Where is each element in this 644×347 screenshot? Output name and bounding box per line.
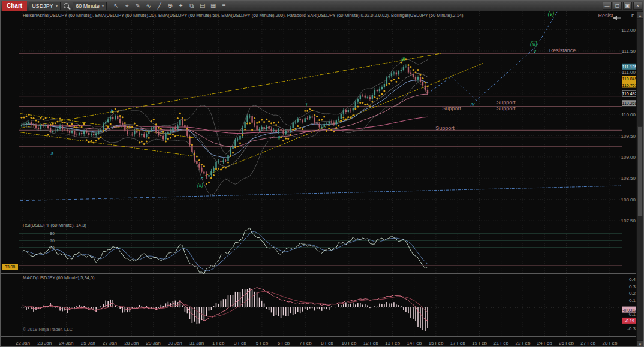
svg-text:28 Feb: 28 Feb: [603, 340, 618, 346]
svg-text:31 Jan: 31 Jan: [189, 340, 204, 346]
svg-text:13 Feb: 13 Feb: [385, 340, 400, 346]
trendline-icon[interactable]: ╱: [154, 1, 164, 10]
snapshot-icon[interactable]: ⧉: [186, 1, 197, 10]
minimize-button[interactable]: —: [603, 2, 612, 10]
svg-text:22 Feb: 22 Feb: [516, 340, 531, 346]
svg-text:iii: iii: [401, 56, 405, 62]
interval-value: 60 Minute: [76, 3, 100, 9]
chevron-down-icon: ▾: [102, 4, 104, 8]
price-chart-svg[interactable]: 22 Jan23 Jan24 Jan25 Jan27 Jan28 Jan29 J…: [1, 11, 637, 347]
grid-icon[interactable]: ▦: [208, 1, 218, 10]
svg-text:111.50: 111.50: [622, 49, 636, 54]
svg-text:F: F: [631, 13, 634, 19]
svg-text:RSI(USDJPY (60 Minute), 14,3): RSI(USDJPY (60 Minute), 14,3): [23, 222, 86, 228]
svg-text:0.1: 0.1: [629, 298, 636, 303]
svg-text:6 Feb: 6 Feb: [278, 340, 290, 346]
svg-text:70: 70: [50, 239, 55, 243]
svg-text:-0.3: -0.3: [627, 326, 636, 331]
toolbar-icons: ↖⌖✎∿╱⊕+⧉▤▦≡: [111, 1, 229, 10]
svg-text:(iii): (iii): [530, 41, 537, 47]
svg-text:23 Jan: 23 Jan: [37, 340, 52, 346]
svg-text:17 Feb: 17 Feb: [450, 340, 465, 346]
instrument-select[interactable]: USDJPY ▾: [29, 2, 61, 10]
window-titlebar[interactable]: Chart USDJPY ▾ 60 Minute ▾ ↖⌖✎∿╱⊕+⧉▤▦≡ —…: [1, 1, 643, 11]
add-indicator-icon[interactable]: +: [176, 1, 186, 10]
svg-text:22 Jan: 22 Jan: [16, 340, 30, 346]
window-buttons: —▢▣×: [603, 2, 642, 10]
instrument-value: USDJPY: [32, 3, 53, 9]
chevron-down-icon: ▾: [56, 4, 58, 8]
svg-text:0.4: 0.4: [629, 277, 636, 282]
pencil-icon[interactable]: ✎: [133, 1, 143, 10]
svg-text:108.50: 108.50: [621, 176, 636, 181]
svg-text:Resistance: Resistance: [549, 47, 576, 53]
svg-text:0.2: 0.2: [629, 291, 636, 296]
svg-text:21 Feb: 21 Feb: [493, 340, 508, 346]
svg-text:80: 80: [50, 231, 55, 236]
svg-text:110.00: 110.00: [621, 112, 636, 117]
svg-text:28 Jan: 28 Jan: [124, 340, 139, 346]
chart-window: Chart USDJPY ▾ 60 Minute ▾ ↖⌖✎∿╱⊕+⧉▤▦≡ —…: [0, 0, 644, 347]
svg-text:1 Feb: 1 Feb: [212, 340, 225, 346]
svg-text:Support: Support: [496, 99, 516, 105]
svg-text:HeikenAshi8(USDJPY (60 Minute): HeikenAshi8(USDJPY (60 Minute)), EMA(USD…: [23, 13, 464, 18]
svg-text:110.701: 110.701: [622, 83, 637, 87]
svg-text:-0.1: -0.1: [627, 312, 636, 317]
close-button[interactable]: ×: [633, 2, 642, 10]
restore-button[interactable]: ▢: [613, 2, 622, 10]
svg-text:a: a: [50, 150, 53, 156]
freehand-draw-icon[interactable]: ∿: [143, 1, 154, 10]
svg-text:33.08: 33.08: [5, 265, 16, 269]
svg-text:7 Feb: 7 Feb: [299, 340, 312, 346]
svg-text:24 Jan: 24 Jan: [59, 340, 73, 346]
maximize-button[interactable]: ▣: [623, 2, 632, 10]
scrollbar-thumb[interactable]: [637, 126, 643, 216]
scroll-up-button[interactable]: ▲: [637, 11, 643, 19]
svg-text:26 Feb: 26 Feb: [559, 340, 574, 346]
chart-canvas[interactable]: 22 Jan23 Jan24 Jan25 Jan27 Jan28 Jan29 J…: [1, 11, 637, 347]
svg-text:iv: iv: [471, 101, 475, 107]
svg-text:© 2019 NinjaTrader, LLC: © 2019 NinjaTrader, LLC: [23, 327, 73, 332]
svg-text:110.845: 110.845: [622, 77, 637, 81]
chart-tab-label[interactable]: Chart: [2, 1, 27, 11]
svg-text:109.00: 109.00: [621, 155, 636, 160]
svg-text:10 Feb: 10 Feb: [341, 340, 356, 346]
svg-text:(ii): (ii): [197, 182, 203, 188]
svg-text:29 Jan: 29 Jan: [146, 340, 161, 346]
search-icon[interactable]: [62, 2, 71, 10]
scroll-down-button[interactable]: ▼: [637, 340, 643, 347]
zoom-in-icon[interactable]: ⊕: [165, 1, 175, 10]
svg-text:b: b: [110, 108, 113, 114]
crosshair-icon[interactable]: ⌖: [122, 1, 132, 10]
svg-text:112.00: 112.00: [621, 28, 636, 33]
svg-text:12 Feb: 12 Feb: [363, 340, 378, 346]
svg-text:110.268: 110.268: [622, 101, 637, 105]
svg-text:109.50: 109.50: [621, 134, 636, 139]
svg-text:Support: Support: [435, 125, 455, 131]
scrollbar-track[interactable]: [637, 19, 643, 340]
svg-text:c: c: [201, 176, 204, 182]
svg-text:-0.19: -0.19: [625, 319, 634, 323]
properties-icon[interactable]: ≡: [219, 1, 229, 10]
svg-text:5 Feb: 5 Feb: [256, 340, 269, 346]
svg-text:15 Feb: 15 Feb: [428, 340, 443, 346]
svg-text:Support: Support: [496, 105, 516, 111]
svg-text:27 Jan: 27 Jan: [103, 340, 117, 346]
svg-text:24 Feb: 24 Feb: [537, 340, 552, 346]
svg-text:(v): (v): [548, 11, 555, 17]
svg-text:27 Feb: 27 Feb: [580, 340, 595, 346]
svg-text:8 Feb: 8 Feb: [321, 340, 333, 346]
svg-text:v: v: [534, 48, 537, 54]
chart-scrollbar[interactable]: ▲ ▼: [636, 11, 643, 347]
svg-text:110.492: 110.492: [622, 92, 637, 96]
cursor-icon[interactable]: ↖: [111, 1, 121, 10]
svg-text:108.00: 108.00: [621, 197, 636, 203]
svg-text:25 Jan: 25 Jan: [81, 340, 95, 346]
interval-select[interactable]: 60 Minute ▾: [73, 2, 107, 10]
svg-text:14 Feb: 14 Feb: [407, 340, 422, 346]
svg-text:MACD(USDJPY (60 Minute),5,34,5: MACD(USDJPY (60 Minute),5,34,5): [23, 275, 95, 280]
svg-text:Resist: Resist: [598, 13, 613, 19]
svg-text:111.00: 111.00: [622, 70, 636, 75]
svg-text:Support: Support: [442, 105, 461, 111]
print-icon[interactable]: ▤: [197, 1, 207, 10]
